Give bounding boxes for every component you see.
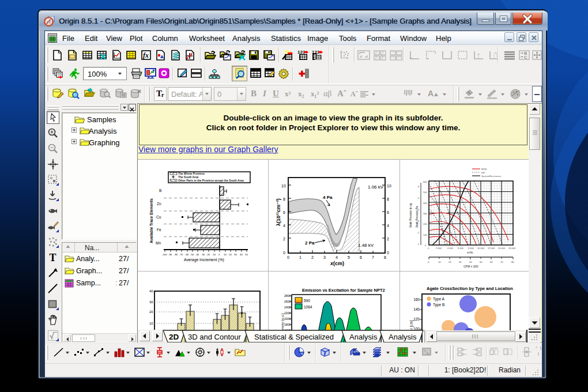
- svg-text:10: 10: [224, 253, 227, 256]
- svg-text:60: 60: [490, 261, 493, 263]
- svg-text:-60: -60: [185, 253, 189, 256]
- svg-text:50: 50: [480, 261, 483, 263]
- svg-text:5: 5: [348, 255, 350, 259]
- svg-text:50: 50: [245, 253, 248, 256]
- svg-text:2 000: 2 000: [436, 247, 442, 250]
- svg-text:6: 6: [283, 210, 285, 214]
- svg-text:7: 7: [372, 255, 374, 259]
- svg-text:40: 40: [469, 261, 472, 263]
- svg-text:-20: -20: [206, 253, 210, 256]
- svg-text:30: 30: [234, 253, 237, 256]
- svg-text:2: 2: [387, 237, 389, 241]
- svg-text:Static Pressure in wg: Static Pressure in wg: [409, 203, 412, 228]
- svg-text:1064: 1064: [304, 305, 312, 309]
- svg-text:Average Increment (%): Average Increment (%): [184, 258, 224, 262]
- svg-text:4 000: 4 000: [447, 247, 454, 250]
- svg-text:The South Area: The South Area: [178, 176, 199, 179]
- svg-text:1.48 kV: 1.48 kV: [358, 243, 374, 248]
- svg-text:2: 2: [283, 237, 285, 241]
- svg-text:T: T: [50, 252, 56, 263]
- svg-text:0: 0: [283, 251, 285, 255]
- svg-text:Analysis: Analysis: [389, 333, 417, 341]
- svg-text:CFM x 100: CFM x 100: [463, 265, 478, 268]
- svg-text:6: 6: [360, 255, 362, 259]
- svg-text:.1: .1: [417, 243, 420, 246]
- svg-text:200: 200: [423, 223, 427, 225]
- svg-text:10: 10: [438, 261, 441, 263]
- svg-text:Other Parts in the Province ex: Other Parts in the Province except the S…: [178, 179, 244, 182]
- svg-text:80: 80: [511, 261, 514, 263]
- svg-text:6 000: 6 000: [458, 247, 464, 250]
- svg-text:.2: .2: [417, 231, 420, 234]
- svg-text:590: 590: [304, 299, 310, 303]
- svg-text:4: 4: [336, 255, 338, 259]
- svg-text:0: 0: [287, 255, 289, 259]
- svg-text:Available Trace Elements: Available Trace Elements: [149, 198, 153, 243]
- svg-text:Zn: Zn: [157, 202, 161, 206]
- svg-text:Statistical & Specialized: Statistical & Specialized: [254, 333, 334, 341]
- svg-text:20: 20: [229, 253, 232, 256]
- svg-text:A: A: [428, 89, 434, 98]
- svg-text:10: 10: [149, 322, 153, 325]
- svg-text:The Whole Province: The Whole Province: [178, 172, 205, 175]
- svg-text:C: C: [524, 55, 527, 60]
- svg-text:10 000: 10 000: [477, 247, 485, 250]
- svg-text:120: 120: [413, 317, 420, 321]
- svg-text:-100: -100: [162, 253, 167, 256]
- svg-text:20: 20: [149, 310, 153, 314]
- svg-text:x(cm): x(cm): [330, 261, 344, 266]
- svg-text:Agate CrossSection by Type and: Agate CrossSection by Type and Location: [427, 286, 513, 291]
- svg-text:3: 3: [323, 255, 326, 259]
- svg-text:3D and Contour: 3D and Contour: [188, 333, 241, 341]
- svg-text:40: 40: [149, 289, 153, 293]
- svg-text:0: 0: [218, 253, 220, 256]
- svg-text:100: 100: [423, 233, 427, 236]
- svg-text:1: 1: [299, 255, 301, 259]
- svg-text:.5: .5: [417, 197, 420, 199]
- svg-text:-50: -50: [190, 253, 194, 256]
- svg-text:300: 300: [423, 212, 427, 215]
- svg-text:-80: -80: [174, 253, 178, 256]
- svg-text:14 000: 14 000: [498, 247, 506, 250]
- svg-text:16 000: 16 000: [508, 247, 516, 250]
- svg-text:B: B: [159, 189, 161, 193]
- svg-text:140: 140: [413, 307, 420, 311]
- svg-text:Fe: Fe: [157, 228, 161, 232]
- svg-text:2: 2: [311, 255, 314, 259]
- svg-text:8: 8: [387, 197, 389, 201]
- svg-text:30: 30: [149, 300, 153, 304]
- svg-text:2D: 2D: [169, 333, 179, 341]
- svg-text:Type B: Type B: [433, 303, 444, 307]
- svg-text:-90: -90: [168, 253, 172, 256]
- svg-text:-10: -10: [212, 253, 216, 256]
- svg-text:600: 600: [423, 180, 427, 183]
- svg-text:4: 4: [283, 224, 285, 228]
- svg-text:-30: -30: [201, 253, 205, 256]
- svg-text:1.06 kV: 1.06 kV: [368, 184, 384, 190]
- svg-text:8 000: 8 000: [468, 247, 474, 250]
- svg-text:RPM: RPM: [481, 168, 487, 171]
- svg-text:λ(10¹¹cm⁻³): λ(10¹¹cm⁻³): [276, 198, 281, 226]
- svg-text:0: 0: [425, 244, 427, 247]
- svg-text:10: 10: [387, 184, 391, 188]
- svg-text:-40: -40: [195, 253, 199, 256]
- svg-text:Emission vs Excitation for Sam: Emission vs Excitation for Sample NPT2: [302, 288, 385, 293]
- svg-text:123: 123: [312, 50, 320, 55]
- svg-text:4: 4: [387, 224, 389, 228]
- svg-text:20: 20: [448, 261, 451, 263]
- svg-text:70: 70: [500, 261, 503, 263]
- svg-text:30: 30: [459, 261, 462, 263]
- svg-text:12 000: 12 000: [488, 247, 495, 250]
- svg-text:Cu: Cu: [156, 215, 161, 219]
- svg-text:500: 500: [423, 191, 427, 194]
- svg-text:10: 10: [281, 184, 286, 188]
- svg-text:Analysis: Analysis: [349, 333, 378, 341]
- svg-text:8: 8: [384, 255, 386, 259]
- svg-text:8: 8: [283, 197, 285, 201]
- svg-text:123: 123: [297, 50, 306, 55]
- svg-text:fx: fx: [143, 51, 149, 59]
- svg-text:4 Pa: 4 Pa: [323, 195, 333, 200]
- svg-text:Static Pressure Pa: Static Pressure Pa: [416, 206, 419, 228]
- svg-text:0: 0: [428, 247, 429, 250]
- svg-text:400: 400: [423, 202, 427, 205]
